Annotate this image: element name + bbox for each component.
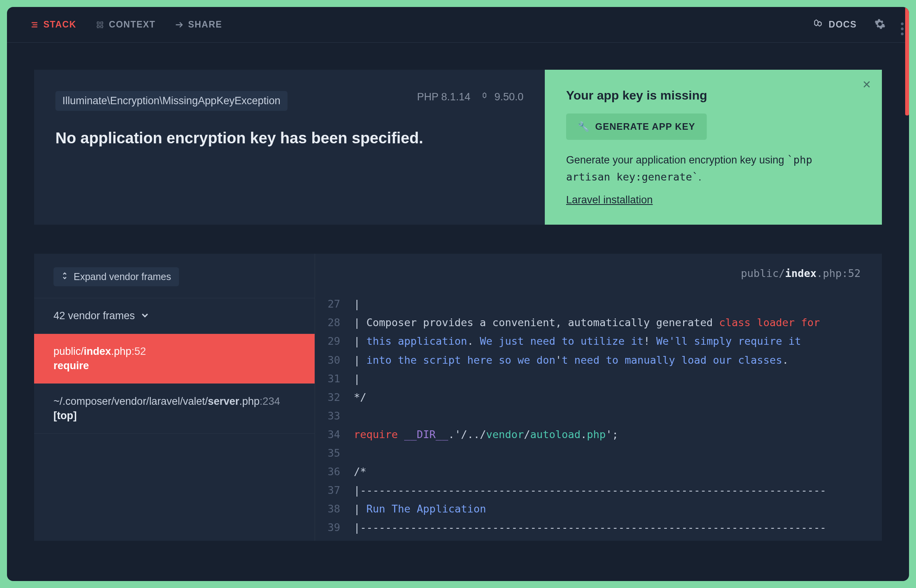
code-line: 29| this application. We just need to ut… — [315, 332, 882, 351]
expand-label: Expand vendor frames — [74, 271, 171, 282]
code-header: public/index.php:52 — [315, 254, 882, 291]
stack-area: Expand vendor frames 42 vendor frames pu… — [34, 254, 882, 541]
topbar-right: DOCS — [813, 18, 886, 31]
window-menu-dots[interactable] — [901, 22, 904, 35]
frame-2-path: ~/.composer/vendor/laravel/valet/server.… — [53, 395, 295, 407]
frames-list: Expand vendor frames 42 vendor frames pu… — [34, 254, 315, 541]
php-version: PHP 8.1.14 — [417, 91, 470, 103]
code-view: public/index.php:52 27| 28| Composer pro… — [315, 254, 882, 541]
chevron-down-icon — [141, 310, 149, 322]
solution-desc-after: . — [698, 171, 701, 183]
expand-row: Expand vendor frames — [34, 254, 315, 298]
wrench-icon: 🔧 — [578, 121, 590, 132]
vendor-frames-count: 42 vendor frames — [53, 310, 135, 322]
tab-list: STACK CONTEXT SHARE — [30, 19, 222, 30]
laravel-version: 9.50.0 — [482, 91, 523, 103]
content: PHP 8.1.14 9.50.0 Illuminate\Encryption\… — [7, 43, 909, 541]
code-line: 39|-------------------------------------… — [315, 518, 882, 537]
tab-context-label: CONTEXT — [109, 19, 155, 30]
tab-context[interactable]: CONTEXT — [96, 19, 155, 30]
solution-desc-before: Generate your application encryption key… — [566, 154, 787, 166]
expand-icon — [61, 271, 68, 282]
frame-2-fn: [top] — [53, 410, 295, 422]
share-icon — [175, 21, 183, 29]
solution-panel: ✕ Your app key is missing 🔧 GENERATE APP… — [545, 70, 882, 225]
code-line: 31| — [315, 370, 882, 388]
laravel-icon — [813, 19, 823, 31]
laravel-version-text: 9.50.0 — [494, 91, 523, 103]
laravel-install-link[interactable]: Laravel installation — [566, 194, 653, 206]
close-icon[interactable]: ✕ — [862, 78, 871, 91]
scrollbar[interactable] — [905, 7, 909, 115]
code-line: 30| into the script here so we don't nee… — [315, 351, 882, 370]
frame-2[interactable]: ~/.composer/vendor/laravel/valet/server.… — [34, 383, 315, 434]
generate-key-button[interactable]: 🔧 GENERATE APP KEY — [566, 113, 707, 140]
generate-key-label: GENERATE APP KEY — [595, 121, 695, 132]
error-message: No application encryption key has been s… — [55, 129, 523, 147]
tab-stack-label: STACK — [43, 19, 76, 30]
meta: PHP 8.1.14 9.50.0 — [417, 91, 523, 103]
vendor-frames-toggle[interactable]: 42 vendor frames — [34, 298, 315, 334]
topbar: STACK CONTEXT SHARE DOCS — [7, 7, 909, 43]
code-line: 33 — [315, 407, 882, 425]
code-line: 36/* — [315, 462, 882, 481]
context-icon — [96, 21, 104, 29]
expand-vendor-button[interactable]: Expand vendor frames — [53, 267, 179, 286]
solution-title: Your app key is missing — [566, 88, 861, 103]
tab-share-label: SHARE — [188, 19, 222, 30]
error-window: STACK CONTEXT SHARE DOCS — [7, 7, 909, 581]
code-lines: 27| 28| Composer provides a convenient, … — [315, 291, 882, 541]
code-line: 28| Composer provides a convenient, auto… — [315, 313, 882, 332]
frame-1-path: public/index.php:52 — [53, 346, 295, 358]
stack-icon — [30, 21, 39, 29]
gear-icon[interactable] — [874, 18, 886, 31]
frame-1-fn: require — [53, 360, 295, 372]
docs-link[interactable]: DOCS — [813, 19, 857, 31]
code-line: 34require __DIR__.'/../vendor/autoload.p… — [315, 425, 882, 444]
code-line: 38| Run The Application — [315, 500, 882, 518]
code-line: 27| — [315, 295, 882, 313]
frame-1[interactable]: public/index.php:52 require — [34, 334, 315, 383]
tab-share[interactable]: SHARE — [175, 19, 222, 30]
error-row: PHP 8.1.14 9.50.0 Illuminate\Encryption\… — [34, 70, 882, 225]
exception-badge: Illuminate\Encryption\MissingAppKeyExcep… — [55, 91, 288, 111]
code-line: 32*/ — [315, 388, 882, 407]
error-card: PHP 8.1.14 9.50.0 Illuminate\Encryption\… — [34, 70, 545, 225]
docs-label: DOCS — [829, 19, 857, 30]
code-line: 35 — [315, 444, 882, 462]
solution-description: Generate your application encryption key… — [566, 151, 861, 186]
tab-stack[interactable]: STACK — [30, 19, 76, 30]
laravel-small-icon — [482, 91, 491, 103]
code-line: 37|-------------------------------------… — [315, 481, 882, 500]
